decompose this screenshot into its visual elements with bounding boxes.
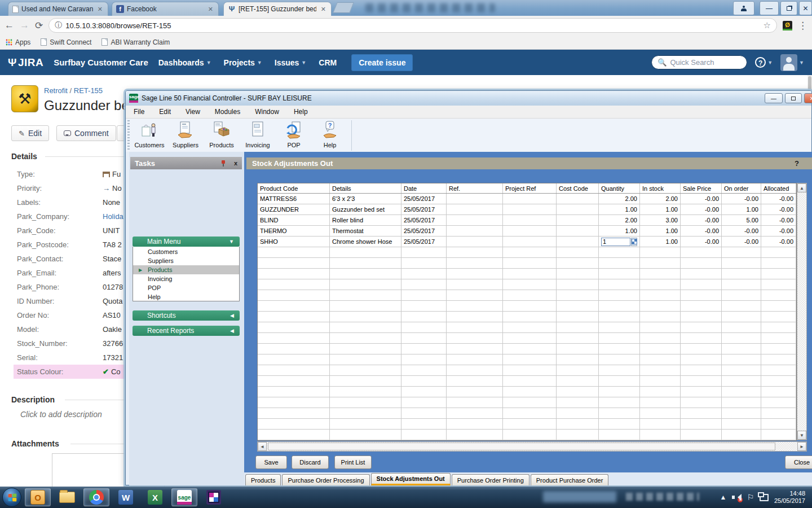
- grid-data-row[interactable]: SHHOChrome shower Hose25/05/20171.00-0.0…: [258, 237, 796, 247]
- forward-icon[interactable]: →: [20, 20, 29, 31]
- grid-data-row[interactable]: BLINDRoller blind25/05/20172.003.00-0.00…: [258, 215, 796, 226]
- browser-tab-1[interactable]: Used and New Caravans ✕: [8, 2, 108, 16]
- action-center-flag-icon[interactable]: ⚐: [747, 493, 754, 502]
- scroll-left-icon[interactable]: ◄: [258, 442, 267, 451]
- grid-cell[interactable]: 2.00: [599, 215, 640, 225]
- grid-cell[interactable]: -0.00: [681, 204, 722, 214]
- tasks-menu-item-products[interactable]: Products: [133, 265, 239, 274]
- grid-cell[interactable]: GUZZUNDER: [258, 204, 330, 214]
- grid-cell[interactable]: 1.00: [640, 237, 681, 247]
- grid-cell[interactable]: -0.00: [761, 194, 796, 204]
- grid-cell[interactable]: -0.00: [681, 215, 722, 225]
- sage-minimize-button[interactable]: —: [765, 93, 783, 103]
- toolbar-suppliers-button[interactable]: Suppliers: [170, 120, 201, 148]
- taskbar-outlook-button[interactable]: O: [25, 488, 51, 506]
- column-header-product-code[interactable]: Product Code: [258, 183, 330, 193]
- discard-button[interactable]: Discard: [292, 456, 329, 469]
- taskbar-word-button[interactable]: W: [113, 488, 139, 506]
- grid-cell[interactable]: [447, 194, 503, 204]
- column-header-in-stock[interactable]: In stock: [640, 183, 681, 193]
- save-button[interactable]: Save: [255, 456, 287, 469]
- grid-cell[interactable]: [557, 215, 599, 225]
- tab-close-icon[interactable]: ✕: [96, 6, 104, 13]
- browser-menu-icon[interactable]: ⋮: [798, 20, 807, 32]
- description-placeholder[interactable]: Click to add description: [20, 410, 102, 419]
- grid-cell[interactable]: 1.00: [640, 204, 681, 214]
- toolbar-customers-button[interactable]: Customers: [134, 120, 165, 148]
- grid-cell[interactable]: [503, 226, 557, 236]
- grid-cell[interactable]: [557, 194, 599, 204]
- grid-cell[interactable]: 2.00: [640, 194, 681, 204]
- shortcuts-header[interactable]: Shortcuts ◀: [133, 310, 240, 321]
- taskbar-report-designer-button[interactable]: [201, 488, 227, 506]
- column-header-sale-price[interactable]: Sale Price: [681, 183, 722, 193]
- calculator-button[interactable]: [631, 238, 637, 246]
- taskbar-sage-button[interactable]: sage: [171, 488, 197, 506]
- grid-cell[interactable]: [447, 204, 503, 214]
- quick-search-input[interactable]: 🔍 Quick Search: [651, 55, 747, 69]
- user-menu[interactable]: ▼: [780, 54, 804, 71]
- taskbar-clock[interactable]: 14:48 25/05/2017: [774, 490, 810, 505]
- grid-cell[interactable]: 1.00: [722, 204, 761, 214]
- tasks-menu-item-pop[interactable]: POP: [133, 283, 239, 292]
- bookmark-item[interactable]: Swift Connect: [41, 38, 91, 46]
- close-icon[interactable]: x: [234, 160, 237, 167]
- browser-tab-2[interactable]: f Facebook ✕: [112, 2, 219, 16]
- new-tab-button[interactable]: [333, 2, 354, 13]
- bookmark-item[interactable]: ABI Warranty Claim: [102, 38, 170, 46]
- toolbar-help-button[interactable]: ?Help: [314, 120, 346, 148]
- grid-cell[interactable]: -0.00: [761, 226, 796, 236]
- sage-titlebar[interactable]: sage Sage Line 50 Financial Controller -…: [126, 91, 811, 106]
- tasks-panel-header[interactable]: Tasks x: [130, 157, 242, 169]
- window-close-button[interactable]: ✕: [799, 1, 812, 15]
- print-list-button[interactable]: Print List: [334, 456, 372, 469]
- toolbar-grip[interactable]: [127, 120, 130, 150]
- jira-menu-crm[interactable]: CRM: [319, 58, 337, 67]
- grid-cell[interactable]: -0.00: [761, 215, 796, 225]
- grid-cell[interactable]: 2.00: [599, 194, 640, 204]
- grid-cell[interactable]: 25/05/2017: [401, 237, 447, 247]
- tab-close-icon[interactable]: ✕: [207, 6, 214, 13]
- back-icon[interactable]: ←: [5, 20, 14, 31]
- grid-data-row[interactable]: MATTRESS66'3 x 2'325/05/20172.002.00-0.0…: [258, 194, 796, 204]
- sage-menu-edit[interactable]: Edit: [159, 108, 171, 116]
- volume-muted-icon[interactable]: ✕: [732, 493, 741, 501]
- grid-cell[interactable]: Roller blind: [330, 215, 401, 225]
- grid-cell[interactable]: -0.00: [681, 194, 722, 204]
- grid-cell[interactable]: Chrome shower Hose: [330, 237, 401, 247]
- grid-cell[interactable]: 25/05/2017: [401, 226, 447, 236]
- grid-cell[interactable]: -0.00: [722, 226, 761, 236]
- grid-cell[interactable]: [557, 237, 599, 247]
- tasks-menu-item-customers[interactable]: Customers: [133, 247, 239, 256]
- grid-cell[interactable]: -0.00: [681, 237, 722, 247]
- pin-icon[interactable]: [220, 160, 226, 166]
- sage-tab-purchase-order-processing[interactable]: Purchase Order Processing: [282, 474, 369, 485]
- sage-tab-product-purchase-order[interactable]: Product Purchase Order: [531, 474, 609, 485]
- help-icon[interactable]: ?: [795, 159, 799, 168]
- grid-cell[interactable]: 6'3 x 2'3: [330, 194, 401, 204]
- grid-cell[interactable]: MATTRESS6: [258, 194, 330, 204]
- quantity-edit-input[interactable]: [601, 238, 630, 246]
- breadcrumb-issue-link[interactable]: RET-155: [74, 86, 103, 95]
- taskbar-chrome-button[interactable]: [83, 488, 109, 506]
- grid-data-row[interactable]: GUZZUNDERGuzzunder bed set25/05/20171.00…: [258, 204, 796, 215]
- bookmark-star-icon[interactable]: ☆: [764, 20, 771, 30]
- grid-horizontal-scrollbar[interactable]: ◄ ►: [257, 441, 807, 452]
- jira-logo[interactable]: ΨJIRA: [8, 56, 43, 69]
- sage-menu-file[interactable]: File: [134, 108, 144, 116]
- grid-cell[interactable]: [447, 215, 503, 225]
- grid-cell[interactable]: [557, 204, 599, 214]
- tasks-menu-item-help[interactable]: Help: [133, 292, 239, 301]
- field-value[interactable]: Holida: [103, 212, 123, 221]
- taskbar-excel-button[interactable]: X: [142, 488, 168, 506]
- sage-close-button[interactable]: ✕: [804, 93, 812, 103]
- window-restore-button[interactable]: [780, 1, 797, 15]
- grid-cell[interactable]: [447, 237, 503, 247]
- help-menu[interactable]: ? ▼: [755, 57, 773, 68]
- grid-cell[interactable]: SHHO: [258, 237, 330, 247]
- edit-button[interactable]: ✎ Edit: [11, 125, 49, 141]
- tasks-menu-item-suppliers[interactable]: Suppliers: [133, 256, 239, 265]
- sage-menu-view[interactable]: View: [186, 108, 200, 116]
- recent-reports-header[interactable]: Recent Reports ◀: [133, 326, 240, 336]
- grid-cell[interactable]: THERMO: [258, 226, 330, 236]
